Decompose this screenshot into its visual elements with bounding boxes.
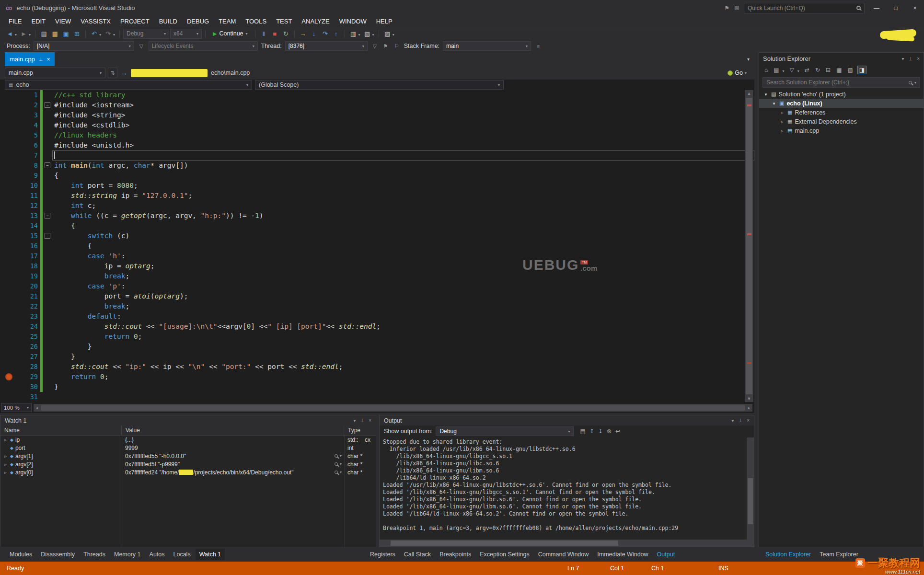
tree-item-external-dependencies[interactable]: ▹▦External Dependencies (759, 117, 924, 126)
visualizer-caret-icon[interactable]: ▾ (340, 454, 342, 458)
code-line-text[interactable]: std::cout << "[usage]:\n\t"<<argv[0] <<"… (52, 322, 754, 332)
breakpoint-margin[interactable] (0, 251, 18, 261)
code-line-text[interactable]: } (52, 352, 754, 362)
bottom-tab-locals[interactable]: Locals (170, 549, 195, 560)
menu-build[interactable]: BUILD (154, 16, 182, 27)
save-all-icon[interactable]: ⊞ (72, 30, 82, 37)
code-line-text[interactable]: } (52, 382, 754, 392)
code-line-9[interactable]: 9{ (0, 171, 754, 181)
magnifier-icon[interactable] (335, 462, 338, 466)
bottom-tab-modules[interactable]: Modules (6, 549, 36, 560)
diagnostics-icon[interactable]: ▧ (362, 30, 372, 37)
menu-analyze[interactable]: ANALYZE (297, 16, 334, 27)
code-line-25[interactable]: 25 return 0; (0, 332, 754, 342)
window-position-icon[interactable]: ▾ (901, 56, 904, 61)
bottom-tab-disassembly[interactable]: Disassembly (37, 549, 79, 560)
show-next-statement-icon[interactable]: → (298, 30, 308, 37)
column-header-name[interactable]: Name (0, 426, 122, 435)
new-file-icon[interactable]: ▤ (39, 30, 49, 37)
code-line-24[interactable]: 24 std::cout << "[usage]:\n\t"<<argv[0] … (0, 322, 754, 332)
code-line-text[interactable] (52, 392, 754, 402)
file-dropdown[interactable]: main.cpp ▾ (5, 68, 105, 78)
code-line-text[interactable]: switch (c) (52, 231, 754, 241)
expander-icon[interactable]: ▹ (779, 119, 785, 124)
close-tab-icon[interactable]: × (46, 56, 50, 63)
code-line-20[interactable]: 20 case 'p': (0, 281, 754, 291)
bottom-tab-breakpoints[interactable]: Breakpoints (436, 549, 475, 560)
quick-launch-input[interactable]: Quick Launch (Ctrl+Q) (744, 3, 865, 13)
solution-platforms-select[interactable]: x64▾ (170, 29, 202, 39)
code-line-19[interactable]: 19 break; (0, 271, 754, 281)
breakpoint-margin[interactable] (0, 100, 18, 110)
breakpoint-indicator[interactable] (5, 373, 12, 380)
editor-horizontal-scrollbar[interactable]: ◂ ▸ (34, 404, 752, 412)
bottom-tab-threads[interactable]: Threads (80, 549, 109, 560)
close-button[interactable]: × (908, 5, 922, 12)
zoom-select[interactable]: 100 % ▾ (1, 403, 32, 412)
breakpoint-margin[interactable] (0, 231, 18, 241)
code-line-text[interactable]: int main(int argc, char* argv[]) (52, 161, 754, 171)
code-line-text[interactable]: #include <unistd.h> (52, 140, 754, 150)
watch-value-cell[interactable]: 0x7fffffffed5f "-p9999"▾ (122, 461, 344, 468)
bottom-tab-immediate-window[interactable]: Immediate Window (593, 549, 652, 560)
bottom-tab-solution-explorer[interactable]: Solution Explorer (762, 549, 815, 560)
pin-icon[interactable]: ⊥ (360, 418, 364, 423)
preview-selected-items-icon[interactable]: ◨ (857, 66, 866, 74)
code-line-text[interactable]: case 'h': (52, 251, 754, 261)
watch-row-argv-0[interactable]: ▹◆argv[0]0x7fffffffed24 "/home//projects… (0, 468, 376, 476)
watch-row-port[interactable]: ◆port9999int (0, 444, 376, 452)
menu-tools[interactable]: TOOLS (241, 16, 271, 27)
bottom-tab-exception-settings[interactable]: Exception Settings (476, 549, 533, 560)
code-line-8[interactable]: 8−int main(int argc, char* argv[]) (0, 161, 754, 171)
menu-team[interactable]: TEAM (214, 16, 241, 27)
minimize-button[interactable]: — (869, 5, 884, 12)
breakpoint-margin[interactable] (0, 130, 18, 140)
code-line-text[interactable]: { (52, 171, 754, 181)
code-line-text[interactable]: return 0; (52, 372, 754, 382)
watch-value-cell[interactable]: 9999 (122, 445, 344, 451)
breakpoint-margin[interactable] (0, 291, 18, 301)
breakpoint-margin[interactable] (0, 352, 18, 362)
feedback-icon[interactable]: ✉ (734, 5, 739, 12)
breakpoint-margin[interactable] (0, 342, 18, 352)
stop-debugging-icon[interactable]: ■ (270, 30, 280, 37)
code-line-text[interactable]: std::string ip = "127.0.0.1"; (52, 191, 754, 201)
properties-icon[interactable]: ▧ (846, 66, 854, 74)
close-icon[interactable]: × (747, 418, 750, 423)
bottom-tab-call-stack[interactable]: Call Stack (400, 549, 435, 560)
breakpoint-margin[interactable] (0, 382, 18, 392)
magnifier-icon[interactable] (335, 471, 338, 474)
breakpoint-margin[interactable] (0, 271, 18, 281)
watch-row-argv-2[interactable]: ▹◆argv[2]0x7fffffffed5f "-p9999"▾char * (0, 460, 376, 468)
bottom-tab-output[interactable]: Output (653, 549, 679, 560)
menu-debug[interactable]: DEBUG (182, 16, 214, 27)
word-wrap-icon[interactable]: ↩ (615, 428, 620, 435)
code-line-text[interactable]: //linux headers (52, 130, 754, 140)
find-message-icon[interactable]: ▤ (580, 428, 585, 435)
expander-icon[interactable]: ▾ (771, 101, 777, 106)
expander-icon[interactable]: ▹ (3, 470, 8, 475)
types-dropdown[interactable]: ▦ echo ▾ (5, 80, 252, 90)
breakpoint-margin[interactable] (0, 301, 18, 311)
search-options-caret-icon[interactable]: ▾ (914, 80, 916, 85)
visualizer-caret-icon[interactable]: ▾ (340, 462, 342, 466)
code-line-14[interactable]: 14 { (0, 221, 754, 231)
code-line-29[interactable]: 29 return 0; (0, 372, 754, 382)
code-line-text[interactable]: } (52, 342, 754, 352)
watch-name-cell[interactable]: ▹◆argv[1] (0, 453, 122, 460)
close-icon[interactable]: × (917, 56, 920, 61)
output-horizontal-scrollbar[interactable] (380, 540, 747, 547)
menu-view[interactable]: VIEW (50, 16, 76, 27)
step-into-icon[interactable]: ↓ (309, 30, 319, 37)
code-line-text[interactable] (52, 150, 754, 161)
breakpoint-margin[interactable] (0, 392, 18, 402)
filter-icon[interactable]: ▽ (138, 43, 145, 49)
output-source-select[interactable]: Debug ▾ (436, 426, 574, 436)
solution-configurations-select[interactable]: Debug▾ (123, 29, 169, 39)
magnifier-icon[interactable] (335, 454, 338, 458)
scrollbar-thumb[interactable] (746, 98, 752, 394)
visualizer-caret-icon[interactable]: ▾ (340, 470, 342, 474)
code-line-text[interactable]: #include <iostream> (52, 100, 754, 110)
open-file-icon[interactable]: ▦ (50, 30, 60, 37)
code-line-text[interactable]: //c++ std library (52, 90, 754, 100)
